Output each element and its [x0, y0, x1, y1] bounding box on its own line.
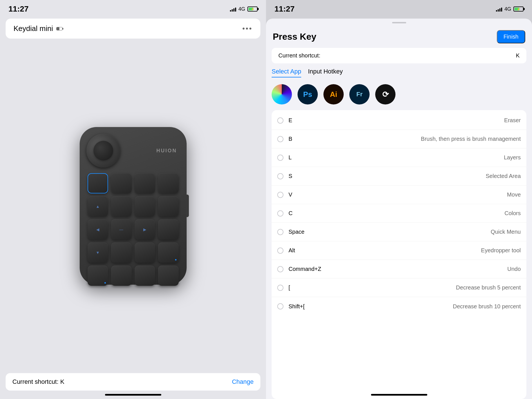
tab-select-app[interactable]: Select App — [272, 68, 301, 77]
shortcut-desc-l: Layers — [322, 154, 521, 161]
shortcut-list: E Eraser B Brush, then press is brush ma… — [272, 110, 526, 399]
key-button-15[interactable] — [135, 242, 155, 263]
more-button[interactable]: ••• — [242, 24, 252, 33]
app-icon-gradient[interactable] — [272, 84, 292, 104]
ai-label: Ai — [330, 90, 337, 99]
tab-input-hotkey[interactable]: Input Hotkey — [308, 68, 343, 77]
key-button-1[interactable] — [88, 173, 108, 193]
shortcut-item-space[interactable]: Space Quick Menu — [272, 223, 526, 241]
shortcut-key-space: Space — [289, 229, 322, 235]
radio-space[interactable] — [277, 229, 283, 235]
radio-bracket[interactable] — [277, 285, 283, 291]
app-icon-illustrator[interactable]: Ai — [323, 84, 344, 104]
app-icon-photoshop[interactable]: Ps — [298, 84, 318, 104]
key-button-14[interactable] — [111, 242, 132, 263]
radio-shiftbracket[interactable] — [277, 303, 283, 309]
dial-knob[interactable] — [86, 134, 120, 168]
shortcut-item-shiftbracket[interactable]: Shift+[ Decrease brush 10 percent — [272, 297, 526, 316]
key-button-19[interactable] — [135, 266, 155, 286]
shortcut-key-bracket: [ — [289, 284, 322, 291]
finish-button[interactable]: Finish — [497, 30, 525, 43]
radio-b[interactable] — [277, 136, 283, 142]
shortcut-desc-cmdz: Undo — [322, 266, 521, 272]
device-battery-icon — [56, 27, 62, 30]
key-button-2[interactable] — [111, 173, 132, 193]
radio-alt[interactable] — [277, 248, 283, 254]
network-label-left: 4G — [238, 6, 245, 12]
current-shortcut-bar: Current shortcut: K — [272, 48, 526, 63]
header-card: Keydial mini ••• — [6, 19, 260, 39]
key-button-6[interactable] — [111, 196, 132, 217]
shortcut-key-l: L — [289, 154, 322, 161]
change-button[interactable]: Change — [232, 378, 254, 385]
arrow-left-icon: ◀ — [96, 227, 99, 232]
shortcut-desc-alt: Eyedropper tool — [322, 247, 521, 254]
side-strip — [186, 195, 189, 217]
modal-header: Press Key Finish — [266, 28, 532, 48]
key-button-5[interactable]: ▲ — [88, 196, 108, 217]
arrow-right-icon: ▶ — [143, 227, 146, 232]
key-button-16[interactable] — [158, 242, 179, 263]
shortcut-key-alt: Alt — [289, 247, 322, 254]
status-icons-left: 4G ⚡ — [230, 6, 258, 12]
shortcut-item-v[interactable]: V Move — [272, 186, 526, 204]
key-button-9[interactable]: ◀ — [88, 219, 108, 240]
tabs-container: Select App Input Hotkey — [266, 68, 532, 82]
radio-l[interactable] — [277, 155, 283, 161]
status-icons-right: 4G ⚡ — [496, 6, 524, 12]
current-shortcut-label: Current shortcut: — [278, 52, 320, 59]
time-right: 11:27 — [274, 5, 295, 14]
key-button-4[interactable] — [158, 173, 179, 193]
shortcut-desc-e: Eraser — [322, 117, 521, 124]
modal-title: Press Key — [273, 32, 316, 42]
status-bar-right: 11:27 4G ⚡ — [266, 0, 532, 16]
radio-e[interactable] — [277, 117, 283, 124]
key-button-17[interactable] — [88, 266, 108, 286]
key-button-13[interactable]: ▼ — [88, 242, 108, 263]
shortcut-key-cmdz: Command+Z — [289, 266, 322, 272]
shortcut-item-cmdz[interactable]: Command+Z Undo — [272, 260, 526, 278]
key-button-8[interactable] — [158, 196, 179, 217]
shortcut-desc-s: Selected Area — [322, 173, 521, 179]
radio-c[interactable] — [277, 210, 283, 217]
key-button-12[interactable] — [158, 219, 179, 240]
shortcut-desc-c: Colors — [322, 210, 521, 217]
battery-icon-left: ⚡ — [247, 6, 258, 12]
fr-label: Fr — [356, 91, 363, 98]
shortcut-item-b[interactable]: B Brush, then press is brush management — [272, 130, 526, 148]
network-label-right: 4G — [504, 6, 511, 12]
key-button-3[interactable] — [135, 173, 155, 193]
shortcut-item-s[interactable]: S Selected Area — [272, 167, 526, 186]
apps-row: Ps Ai Fr ⟳ — [266, 82, 532, 110]
left-panel: 11:27 4G ⚡ Keydial mini ••• — [0, 0, 266, 399]
key-button-7[interactable] — [135, 196, 155, 217]
key-button-20[interactable] — [158, 266, 179, 286]
radio-v[interactable] — [277, 192, 283, 198]
radio-s[interactable] — [277, 173, 283, 179]
key-button-11[interactable]: ▶ — [135, 219, 155, 240]
device-image-container: HUION ▲ ◀ — [74, 41, 192, 370]
shortcut-item-bracket[interactable]: [ Decrease brush 5 percent — [272, 278, 526, 297]
battery-icon-right: ⚡ — [513, 6, 524, 12]
shortcut-key-v: V — [289, 191, 322, 198]
right-panel: 11:27 4G ⚡ Press Key Finish Current sho — [266, 0, 532, 399]
bottom-bar: Current shortcut: K Change — [6, 373, 260, 391]
shortcut-item-l[interactable]: L Layers — [272, 148, 526, 167]
radio-cmdz[interactable] — [277, 266, 283, 272]
app-icon-fresco[interactable]: Fr — [349, 84, 370, 104]
arrow-down-icon: ▼ — [96, 250, 100, 255]
modal-handle — [392, 22, 406, 23]
shortcut-desc-shiftbracket: Decrease brush 10 percent — [322, 303, 521, 310]
curve-symbol: ⟳ — [382, 90, 389, 99]
home-indicator-right — [371, 394, 427, 396]
modal-sheet: Press Key Finish Current shortcut: K Sel… — [266, 19, 532, 399]
shortcut-item-e[interactable]: E Eraser — [272, 111, 526, 130]
shortcut-desc-space: Quick Menu — [322, 229, 521, 235]
current-shortcut-display: Current shortcut: K — [12, 378, 64, 385]
shortcut-item-c[interactable]: C Colors — [272, 204, 526, 223]
key-button-10[interactable]: — — [111, 219, 132, 240]
key-button-18[interactable] — [111, 266, 132, 286]
keydial-device: HUION ▲ ◀ — [80, 127, 187, 285]
shortcut-item-alt[interactable]: Alt Eyedropper tool — [272, 241, 526, 260]
app-icon-curve[interactable]: ⟳ — [375, 84, 395, 104]
